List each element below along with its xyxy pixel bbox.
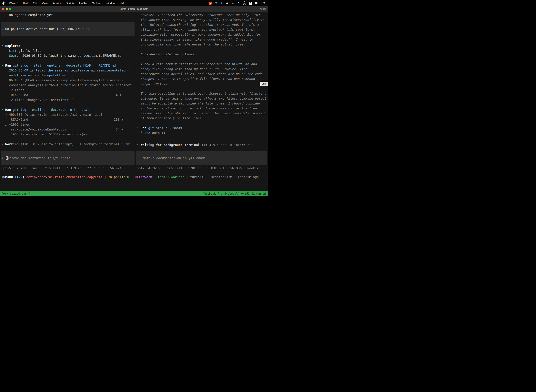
prompt-line: › Improve documentation in @filename xyxy=(137,156,206,160)
text-segment: List xyxy=(9,49,17,52)
counter-icon[interactable]: 8 xyxy=(237,2,240,5)
left-prompt-input[interactable]: › Improve documentation in @filename xyxy=(1,151,134,165)
text-segment xyxy=(1,69,9,72)
screen-share-tab[interactable]: Scre xyxy=(260,82,268,86)
terminal-area: └ No agents completed yet› Ralph loop ac… xyxy=(0,12,268,172)
shield-icon[interactable]: ◆ xyxy=(226,2,229,5)
text-segment: src/voice/voiceModeEnabled.ts | 54 + xyxy=(1,127,124,131)
menu-item-iterm2[interactable]: iTerm2 xyxy=(9,2,18,5)
text-segment: • xyxy=(1,64,5,67)
text-segment: slight risk that future readers may over… xyxy=(137,28,255,31)
left-terminal-pane[interactable]: └ No agents completed yet› Ralph loop ac… xyxy=(0,12,135,172)
terminal-line: src/voice/voiceModeEnabled.ts | 54 + xyxy=(1,127,135,132)
menu-item-edit[interactable]: Edit xyxy=(33,2,37,5)
text-segment: king xyxy=(11,142,19,146)
text-segment: for background terminal xyxy=(156,143,200,147)
terminal-line: output instead. xyxy=(137,81,268,86)
text-segment: 2 files changed, 92 insertions(+) xyxy=(1,98,74,102)
text-segment: Wor xyxy=(5,142,11,146)
terminal-line: • Ran git log --oneline --decorate -n 5 … xyxy=(1,107,135,112)
battery-percent-icon[interactable]: .61 xyxy=(243,1,246,5)
text-segment: • xyxy=(137,143,141,147)
swirl-icon[interactable]: ✦ xyxy=(220,2,223,5)
text-segment: provide file and line references from th… xyxy=(137,42,245,46)
model-status: gpt-5.4 xhigh · 96% left · 520K in · 5.8… xyxy=(137,166,267,171)
tab-shortcut-label: ⌥⌘1 xyxy=(260,8,266,10)
text-segment: including verification notes with those … xyxy=(137,107,259,110)
text-segment: might be acceptable alongside the file l… xyxy=(137,102,261,105)
text-segment: (1m 41s • esc to interrupt) xyxy=(200,143,253,147)
terminal-line: of focusing solely on file lines. xyxy=(137,116,268,121)
text-segment: Considering citation options xyxy=(137,52,194,56)
screen-recording-indicator[interactable] xyxy=(209,2,212,5)
menu-item-session[interactable]: Session xyxy=(52,2,62,5)
menu-item-window[interactable]: Window xyxy=(106,2,115,5)
text-segment: • xyxy=(1,108,5,112)
text-segment: … +1901 lines xyxy=(1,123,30,126)
text-segment: Improve documentation in @filename xyxy=(141,156,206,160)
text-segment: • xyxy=(137,126,141,130)
minimize-button[interactable] xyxy=(6,8,8,10)
text-segment: of focusing solely on file lines. xyxy=(137,116,203,120)
terminal-line: However, I noticed the "Directory Struct… xyxy=(137,13,268,17)
text-segment: git show --stat --oneline --decorate HEA… xyxy=(13,64,116,67)
text-segment: companion analysis without altering the … xyxy=(1,83,131,87)
text-segment: | xyxy=(232,175,238,179)
text-segment: 2026-03-09-is-legal-the-same-as-legitima… xyxy=(20,54,121,57)
terminal-line: the "Related research writing" section i… xyxy=(137,22,268,27)
text-segment: Ran xyxy=(5,108,13,112)
text-segment: Search xyxy=(9,54,20,57)
text-segment: the source tree, missing the essay. Stil… xyxy=(137,18,264,22)
terminal-line: essay file, along with finding root file… xyxy=(137,67,268,71)
window-grid-icon[interactable]: ⊞ xyxy=(215,2,217,5)
blank-line xyxy=(137,86,268,91)
text-segment: [OMX#0.11.9] xyxy=(1,175,26,179)
terminal-line: └ 4b9d30f (origin/main, instructkr/main,… xyxy=(1,112,135,117)
text-segment: • xyxy=(1,142,5,146)
text-segment xyxy=(1,73,9,77)
terminal-line: might be acceptable alongside the file l… xyxy=(137,101,268,106)
text-segment: However, I noticed the "Directory Struct… xyxy=(137,13,261,17)
text-segment: and xyxy=(249,62,257,66)
menu-item-profiles[interactable]: Profiles xyxy=(79,2,88,5)
right-pane-spacer xyxy=(135,147,268,151)
text-segment: ting xyxy=(146,143,154,147)
terminal-line: review. Also, I might want to inspect th… xyxy=(137,111,268,116)
text-segment: › xyxy=(137,156,141,160)
text-segment: essay file, along with finding root file… xyxy=(137,67,247,71)
bottom-gap xyxy=(0,182,268,191)
text-segment: this single essay, it seems like a good … xyxy=(137,37,253,41)
text-segment: output instead. xyxy=(137,82,169,85)
text-segment: mprove documentation in @filename xyxy=(8,156,71,160)
text-segment: Ran xyxy=(141,126,148,130)
text-segment: cczip/essay/ai-reimplementation-copyleft xyxy=(26,175,102,179)
terminal-line: 2 files changed, 92 insertions(+) xyxy=(1,98,135,103)
input-source-icon[interactable]: A xyxy=(249,2,252,5)
right-prompt-input[interactable]: › Improve documentation in @filename xyxy=(136,151,267,165)
menu-item-shell[interactable]: Shell xyxy=(22,2,28,5)
apple-menu-icon[interactable] xyxy=(2,2,5,5)
text-segment: git ls-files xyxy=(17,49,42,52)
text-segment: 1903 files changed, 513517 insertions(+) xyxy=(1,132,87,136)
text-segment: › xyxy=(2,156,6,160)
zoom-button[interactable] xyxy=(9,8,11,10)
text-segment: evidence. Since this change only affects… xyxy=(137,97,266,100)
text-segment: | xyxy=(152,175,158,179)
window-title-bar[interactable]: omx --xhigh --madmax ⌥⌘1 xyxy=(0,6,268,12)
close-button[interactable] xyxy=(2,8,4,10)
terminal-line: slight risk that future readers may over… xyxy=(137,27,268,32)
menu-item-toolbelt[interactable]: Toolbelt xyxy=(92,2,101,5)
menu-item-help[interactable]: Help xyxy=(120,2,125,5)
menu-item-scripts[interactable]: Scripts xyxy=(66,2,74,5)
text-segment: review. Also, I might want to inspect th… xyxy=(137,111,264,115)
dots-grid-icon[interactable]: ⠿ xyxy=(231,2,234,5)
text-segment: | xyxy=(206,175,211,179)
window-title: omx --xhigh --madmax xyxy=(120,8,148,10)
right-terminal-pane[interactable]: However, I noticed the "Directory Struct… xyxy=(135,12,268,172)
text-segment: last:5m ago xyxy=(238,175,259,179)
text-segment: gpt-5.4 xhigh · 96% left · 520K in · 5.8… xyxy=(137,166,263,170)
tmux-session-label: [omx-cczip0:bash* xyxy=(1,192,30,195)
battery-icon[interactable] xyxy=(255,2,259,5)
wifi-icon[interactable] xyxy=(262,2,266,5)
menu-item-view[interactable]: View xyxy=(42,2,48,5)
